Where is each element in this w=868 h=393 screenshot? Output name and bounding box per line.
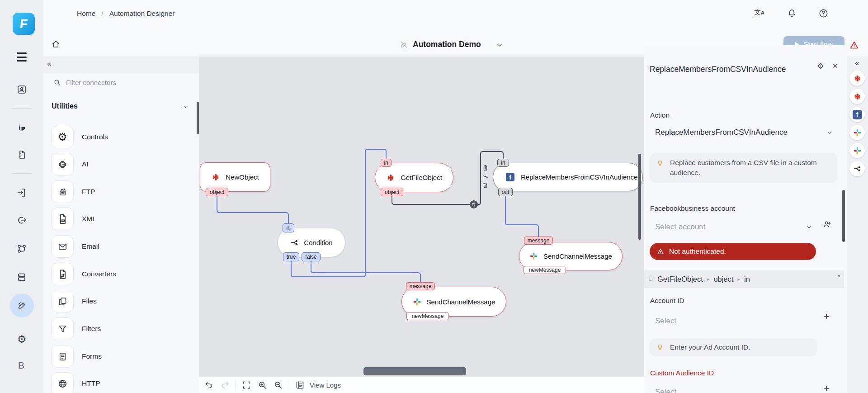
pointer-flag-icon[interactable] — [16, 122, 27, 133]
auth-error-banner: Not authenticated. — [650, 243, 816, 260]
connector-item-filters[interactable]: Filters — [51, 318, 101, 340]
warning-icon — [657, 248, 664, 255]
action-hint-box: Replace customers from a CSV file in a c… — [650, 153, 837, 183]
port-false-out[interactable]: false — [302, 252, 321, 261]
edit-pen-icon[interactable] — [17, 300, 28, 311]
port-out[interactable]: out — [498, 188, 513, 196]
custom-audience-label: Custom Audience ID — [650, 369, 714, 377]
close-inspector-icon[interactable]: ✕ — [832, 62, 838, 70]
notifications-bell-icon[interactable] — [787, 8, 797, 19]
contact-card-icon[interactable] — [16, 84, 27, 95]
settings-gear-icon[interactable]: ⚙ — [17, 333, 27, 346]
connector-item-ai[interactable]: AI AI — [51, 153, 89, 175]
flow-title[interactable]: Automation Demo — [413, 40, 481, 49]
connector-item-converters[interactable]: Converters — [51, 263, 116, 285]
search-input[interactable] — [65, 78, 180, 87]
lightbulb-icon — [656, 159, 664, 167]
home-icon[interactable] — [51, 39, 61, 49]
add-account-icon[interactable] — [822, 219, 832, 229]
connector-item-files[interactable]: Files — [51, 290, 97, 312]
collapse-mapping-icon[interactable]: « — [835, 275, 842, 278]
port-in[interactable]: in — [381, 159, 392, 167]
flow-warning-icon[interactable] — [849, 40, 859, 50]
brand-letter-badge[interactable]: B — [18, 360, 24, 371]
canvas-horizontal-scrollbar[interactable] — [363, 367, 466, 375]
port-message-in[interactable]: message — [406, 282, 435, 290]
collapse-panel-icon[interactable]: « — [47, 60, 51, 67]
node-settings-gear-icon[interactable]: ⚙ — [817, 62, 824, 71]
delete-node-icon[interactable] — [482, 182, 489, 189]
port-in[interactable]: in — [497, 159, 509, 167]
connection-wire[interactable] — [217, 196, 288, 223]
connector-item-http[interactable]: HTTP — [51, 373, 100, 393]
connector-item-xml[interactable]: XML XML — [51, 208, 96, 230]
translate-icon[interactable]: 文A — [754, 8, 767, 20]
add-custom-audience-icon[interactable]: + — [824, 384, 830, 393]
action-hint-text: Replace customers from a CSV file in a c… — [670, 158, 831, 178]
port-new-message-out[interactable]: newMessage — [406, 312, 449, 320]
port-message-in[interactable]: message — [524, 237, 553, 245]
connection-wire[interactable] — [505, 196, 538, 237]
automation-designer-app: F — [0, 0, 868, 393]
account-id-hint-box: Enter your Ad Account ID. — [650, 338, 817, 356]
view-logs-icon[interactable] — [295, 380, 305, 390]
redo-icon[interactable] — [220, 380, 230, 390]
connector-item-ftp[interactable]: FTP FTP — [51, 181, 95, 203]
sign-in-icon[interactable] — [16, 187, 27, 198]
node-label: SendChannelMessage — [543, 252, 612, 260]
add-account-id-icon[interactable]: + — [824, 312, 830, 322]
rail-facebook-icon[interactable]: f — [849, 107, 865, 122]
copy-node-icon[interactable] — [482, 165, 489, 171]
custom-audience-select[interactable]: Select — [655, 388, 676, 393]
flow-title-chevron-down-icon[interactable] — [496, 42, 503, 49]
canvas-vertical-scrollbar[interactable] — [638, 154, 641, 240]
node-replace-members[interactable]: f ReplaceMembersFromCSVInAudience — [493, 163, 643, 191]
account-id-select[interactable]: Select — [655, 317, 676, 326]
breadcrumb-home-link[interactable]: Home — [77, 9, 95, 18]
menu-hamburger-icon[interactable] — [17, 52, 27, 62]
connector-item-email[interactable]: Email — [51, 236, 99, 257]
section-chevron-down-icon[interactable] — [182, 104, 189, 110]
rail-utilities-connector-icon[interactable] — [849, 71, 865, 86]
zoom-out-icon[interactable] — [274, 380, 283, 390]
connectors-panel-header: « — [43, 57, 199, 73]
document-icon[interactable] — [16, 149, 27, 160]
cut-scissors-icon[interactable]: ✂ — [482, 173, 489, 180]
port-object-out[interactable]: object — [381, 188, 403, 196]
zoom-in-icon[interactable] — [258, 380, 267, 390]
collapse-right-rail-icon[interactable]: « — [855, 59, 859, 67]
account-select[interactable]: Select account — [655, 223, 812, 232]
rail-branch-icon[interactable] — [849, 161, 865, 176]
port-in[interactable]: in — [283, 223, 294, 232]
action-select-value: ReplaceMembersFromCSVInAudience — [655, 128, 788, 137]
port-object-out[interactable]: object — [206, 188, 228, 196]
facebook-icon: f — [506, 173, 514, 181]
rail-slack-icon[interactable] — [849, 143, 865, 158]
connector-item-forms[interactable]: Forms — [51, 346, 102, 367]
files-copy-icon — [51, 290, 74, 313]
connector-search — [53, 78, 180, 87]
help-icon[interactable] — [818, 8, 829, 19]
port-new-message-out[interactable]: newMessage — [524, 266, 566, 274]
canvas-toolbar: View Logs — [199, 376, 644, 393]
flow-canvas[interactable]: NewObject object Condition in true false… — [199, 57, 644, 376]
connector-item-controls[interactable]: ⚙ Controls — [51, 126, 108, 148]
slack-icon — [529, 252, 538, 260]
connectors-scrollbar[interactable] — [197, 102, 199, 134]
email-envelope-icon — [51, 235, 74, 258]
database-server-icon[interactable] — [16, 272, 27, 283]
delete-connection-icon[interactable] — [470, 200, 478, 208]
app-logo[interactable]: F — [13, 13, 35, 35]
sign-out-icon[interactable] — [16, 215, 27, 226]
undo-icon[interactable] — [204, 380, 214, 390]
rail-slack-icon[interactable] — [849, 125, 865, 140]
fit-view-icon[interactable] — [242, 380, 251, 390]
rail-utilities-connector-icon[interactable] — [849, 89, 865, 104]
port-true-out[interactable]: true — [283, 252, 299, 261]
chevron-down-icon — [806, 224, 812, 231]
workflow-nodes-icon[interactable] — [16, 243, 27, 254]
action-select[interactable]: ReplaceMembersFromCSVInAudience — [655, 128, 833, 137]
view-logs-label[interactable]: View Logs — [310, 381, 341, 389]
mapping-bar[interactable]: GetFileObject ▸ object ▸ in « — [644, 270, 844, 288]
inspector-scrollbar[interactable] — [842, 190, 845, 242]
